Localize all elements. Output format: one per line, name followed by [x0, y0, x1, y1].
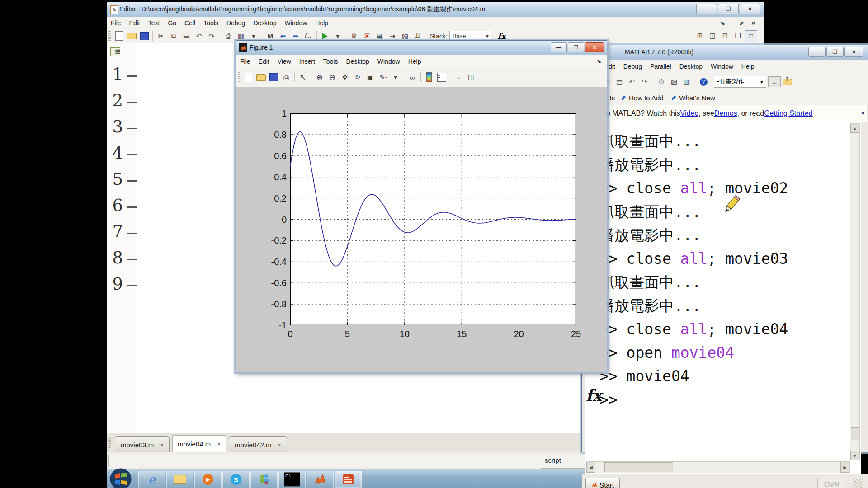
copy-icon[interactable]: ⧉ [168, 31, 179, 42]
ml-redo-icon[interactable]: ↷ [639, 76, 651, 87]
ml-menu-debug[interactable]: Debug [619, 61, 646, 71]
command-prompt-icon[interactable]: C:\_ [278, 471, 306, 488]
demos-link[interactable]: Demos [714, 109, 737, 117]
legend-icon[interactable]: ▪▪▪▪ [436, 72, 448, 83]
run-options-icon[interactable]: ▾ [332, 31, 344, 42]
whats-new-shortcut[interactable]: What's New [679, 94, 715, 102]
link-plots-icon[interactable]: ∞ [406, 72, 418, 83]
fig-menu-help[interactable]: Help [404, 56, 425, 66]
ml-menu-desktop[interactable]: Desktop [675, 61, 707, 71]
print-icon[interactable]: ⎙ [222, 31, 234, 42]
fx-toolbar-icon[interactable]: fx [498, 32, 505, 41]
print-preview-icon[interactable]: ▥ [235, 31, 247, 42]
restore-button[interactable]: ❐ [718, 4, 739, 14]
resize-grip[interactable] [853, 479, 863, 488]
cell-delete-icon[interactable]: 🗷 [361, 31, 373, 42]
find-icon[interactable]: M [264, 31, 276, 42]
tab-movie04[interactable]: movie04.m× [172, 435, 226, 452]
close-group-icon[interactable]: ✕ [751, 20, 756, 27]
menu-edit[interactable]: Edit [125, 18, 144, 28]
horizontal-scroll-thumb[interactable] [604, 462, 673, 472]
banner-close-icon[interactable]: × [860, 109, 865, 117]
windows-explorer-icon[interactable] [166, 471, 193, 488]
fig-open-icon[interactable] [255, 72, 267, 83]
fig-menu-window[interactable]: Window [373, 56, 404, 66]
messenger-icon[interactable]: ✕ [250, 471, 278, 488]
tab-movie03[interactable]: movie03.m× [115, 436, 170, 452]
brush-icon[interactable]: ✎▪ [377, 72, 389, 83]
powerpoint-icon[interactable] [335, 471, 362, 488]
more-options-icon[interactable]: ▾ [248, 31, 259, 42]
horizontal-scrollbar[interactable]: ◀ ▶ [586, 461, 850, 473]
run-icon[interactable] [319, 31, 331, 42]
ml-undo-icon[interactable]: ↶ [626, 76, 638, 87]
folder-up-icon[interactable]: ↥ [781, 76, 793, 87]
ml-menu-parallel[interactable]: Parallel [646, 61, 675, 71]
undo-icon[interactable]: ↶ [193, 31, 205, 42]
paste-icon[interactable]: ▤ [180, 31, 192, 42]
fig-menu-edit[interactable]: Edit [255, 56, 274, 66]
ml-menu-window[interactable]: Window [707, 61, 737, 71]
start-orb-icon[interactable] [109, 468, 132, 488]
ml-paste-icon[interactable]: ▤ [613, 76, 625, 87]
pointer-icon[interactable]: ↖ [297, 72, 309, 83]
fig-print-icon[interactable]: ⎙ [280, 72, 292, 83]
ml-help-icon[interactable]: ? [698, 76, 709, 87]
menu-text[interactable]: Text [144, 18, 164, 28]
zoom-out-icon[interactable]: ⊖ [326, 72, 338, 83]
tab-close-icon[interactable]: × [160, 441, 164, 448]
tab-movie042[interactable]: movie042.m× [229, 436, 287, 452]
cut-icon[interactable]: ✂ [155, 31, 167, 42]
hsplit-layout-icon[interactable]: ⊟ [719, 30, 731, 41]
back-icon[interactable]: ⬅ [277, 31, 289, 42]
minimize-button[interactable]: — [696, 4, 717, 14]
plot-svg[interactable] [290, 113, 576, 325]
media-player-icon[interactable]: ▶ [194, 471, 222, 488]
menu-window[interactable]: Window [281, 18, 311, 28]
colorbar-icon[interactable] [423, 72, 435, 83]
profiler-icon[interactable]: ▥ [681, 76, 693, 87]
new-figure-icon[interactable] [242, 72, 254, 83]
brush-options-icon[interactable]: ▾ [390, 72, 401, 83]
vsplit-layout-icon[interactable]: ◫ [707, 30, 718, 41]
menu-go[interactable]: Go [164, 18, 180, 28]
browse-folder-button[interactable]: ... [768, 76, 781, 87]
single-layout-icon[interactable]: □ [745, 30, 757, 42]
fx-prompt-icon[interactable]: fx [586, 386, 602, 404]
float-layout-icon[interactable]: ❐ [732, 30, 744, 41]
redo-icon[interactable]: ↷ [206, 31, 217, 42]
open-file-icon[interactable] [126, 31, 137, 42]
simulink-icon[interactable]: ⏱ [656, 76, 667, 87]
how-to-add-shortcut[interactable]: How to Add [629, 94, 664, 102]
save-icon[interactable] [138, 31, 150, 42]
matlab-icon[interactable] [307, 471, 334, 488]
forward-icon[interactable]: ➡ [290, 31, 302, 42]
fig-menu-file[interactable]: File [236, 56, 255, 66]
cell-insert-icon[interactable]: 🗎 [349, 31, 360, 42]
cell-mode-icon[interactable]: ＋▦ [110, 47, 120, 56]
fig-menu-insert[interactable]: Insert [295, 56, 319, 66]
cell-next-icon[interactable]: ⇊ [412, 31, 424, 42]
menu-tools[interactable]: Tools [199, 18, 222, 28]
video-link[interactable]: Video [680, 109, 699, 117]
pan-icon[interactable]: ✥ [339, 72, 351, 83]
matlab-titlebar[interactable]: MATLAB 7.7.0 (R2008b) — ❐ ✕ [582, 45, 868, 60]
menu-help[interactable]: Help [311, 18, 332, 28]
figure-minimize-button[interactable]: — [551, 42, 567, 52]
scroll-up-icon[interactable]: ▲ [850, 124, 859, 133]
start-button[interactable]: Start [585, 478, 620, 488]
goto-function-icon[interactable]: f⌄ [302, 31, 314, 42]
command-window[interactable]: 抓取畫面中... 播放電影中... >> close all; movie02 … [585, 122, 861, 474]
skype-icon[interactable]: S [222, 471, 250, 488]
cell-eval-advance-icon[interactable]: ⇥ [387, 31, 398, 42]
cell-eval-icon[interactable]: ▦ [374, 31, 386, 42]
hide-plot-tools-icon[interactable]: ▫ [453, 72, 464, 83]
tab-close-icon[interactable]: × [278, 441, 282, 448]
dock-arrow-icon[interactable]: ⬊ [720, 20, 725, 27]
vertical-scroll-thumb[interactable] [851, 427, 859, 440]
vertical-scrollbar[interactable]: ▲ ▼ [850, 123, 860, 460]
figure-titlebar[interactable]: Figure 1 — ❐ ✕ [236, 41, 607, 56]
ml-menu-help[interactable]: Help [737, 61, 759, 71]
matlab-close-button[interactable]: ✕ [844, 47, 863, 57]
matlab-restore-button[interactable]: ❐ [826, 47, 844, 57]
